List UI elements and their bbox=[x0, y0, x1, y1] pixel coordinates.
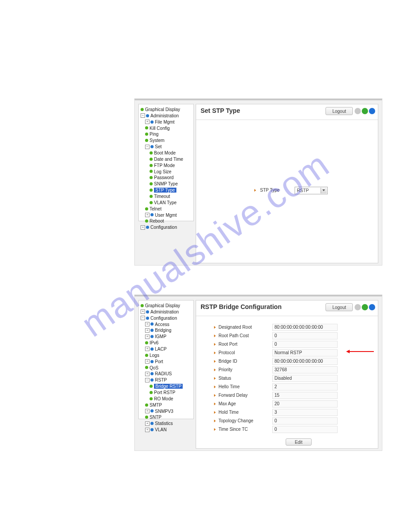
tree-snmpv3[interactable]: +SNMPV3 bbox=[145, 408, 193, 414]
tree-bridgerstp[interactable]: Bridge RSTP bbox=[150, 383, 193, 389]
tree-telnet[interactable]: Telnet bbox=[145, 206, 193, 212]
tree-portrstp[interactable]: Port RSTP bbox=[150, 389, 193, 395]
stp-type-select[interactable]: RSTP bbox=[295, 187, 328, 194]
expand-icon[interactable]: + bbox=[145, 328, 150, 333]
tree-vlantype[interactable]: VLAN Type bbox=[150, 199, 193, 206]
tree-port[interactable]: +Port bbox=[145, 358, 193, 365]
tree-qos[interactable]: QoS bbox=[145, 365, 193, 371]
callout-arrow-icon bbox=[350, 351, 374, 352]
tree-timeout[interactable]: Timeout bbox=[150, 193, 193, 199]
tree-filemgmt[interactable]: +File Mgmt bbox=[145, 119, 193, 125]
bullet-icon bbox=[150, 409, 154, 412]
edit-button[interactable]: Edit bbox=[286, 438, 312, 446]
tree-access[interactable]: +Access bbox=[145, 321, 193, 327]
content-2: RSTP Bridge Configuration Logout Designa… bbox=[196, 300, 378, 449]
expand-icon[interactable]: + bbox=[145, 409, 150, 413]
tree-ftpmode[interactable]: FTP Mode bbox=[150, 162, 193, 168]
bullet-icon bbox=[145, 403, 148, 407]
tree-reboot[interactable]: Reboot bbox=[145, 218, 193, 224]
bullet-icon bbox=[150, 182, 153, 185]
content-header: RSTP Bridge Configuration Logout bbox=[196, 300, 378, 316]
tree-graphical[interactable]: Graphical Display bbox=[141, 302, 193, 309]
tree-ping[interactable]: Ping bbox=[145, 131, 193, 137]
expand-icon[interactable]: + bbox=[145, 359, 150, 364]
expand-icon[interactable]: + bbox=[145, 421, 150, 426]
tree-lacp[interactable]: +LACP bbox=[145, 346, 193, 352]
bullet-icon bbox=[150, 391, 153, 394]
tree-graphical[interactable]: Graphical Display bbox=[141, 106, 193, 112]
save-icon[interactable] bbox=[355, 108, 361, 114]
tree-logs[interactable]: Logs bbox=[145, 352, 193, 358]
nav-tree-2: Graphical Display +Administration −Confi… bbox=[138, 300, 194, 419]
tree-radius[interactable]: +RADIUS bbox=[145, 370, 193, 377]
expand-icon[interactable]: + bbox=[145, 428, 150, 432]
tree-romode[interactable]: RO Mode bbox=[150, 395, 193, 402]
bullet-icon bbox=[146, 114, 149, 117]
refresh-icon[interactable] bbox=[362, 108, 368, 114]
logout-button[interactable]: Logout bbox=[325, 303, 353, 311]
expand-icon[interactable]: + bbox=[141, 225, 145, 230]
bullet-icon bbox=[150, 428, 154, 431]
tree-snmptype[interactable]: SNMP Type bbox=[150, 180, 193, 187]
save-icon[interactable] bbox=[355, 304, 361, 310]
config-value: 0 bbox=[272, 332, 338, 339]
tree-logsize[interactable]: Log Size bbox=[150, 168, 193, 175]
tree-stptype[interactable]: STP Type bbox=[150, 187, 193, 193]
expand-icon[interactable]: + bbox=[145, 213, 150, 217]
expand-icon[interactable]: + bbox=[145, 335, 150, 339]
arrow-icon bbox=[214, 403, 216, 405]
tree-killconfig[interactable]: Kill Config bbox=[145, 125, 193, 131]
tree-admin[interactable]: −Administration +File Mgmt Kill Config P… bbox=[141, 112, 193, 224]
collapse-icon[interactable]: − bbox=[141, 113, 145, 118]
bullet-icon bbox=[150, 378, 154, 382]
collapse-icon[interactable]: − bbox=[145, 145, 150, 149]
tree-password[interactable]: Password bbox=[150, 174, 193, 180]
bullet-icon bbox=[146, 317, 149, 320]
collapse-icon[interactable]: − bbox=[141, 316, 145, 320]
bullet-icon bbox=[145, 126, 148, 129]
tree-smtp[interactable]: SMTP bbox=[145, 402, 193, 408]
bullet-icon bbox=[145, 207, 148, 210]
expand-icon[interactable]: + bbox=[145, 120, 150, 124]
config-row: Root Path Cost0 bbox=[214, 331, 369, 340]
tree-stats[interactable]: +Statistics bbox=[145, 420, 193, 426]
tree-bridging[interactable]: +Bridging bbox=[145, 327, 193, 333]
tree-rstp[interactable]: −RSTP Bridge RSTP Port RSTP RO Mode bbox=[145, 377, 193, 401]
help-icon[interactable] bbox=[369, 108, 375, 114]
config-label: Root Path Cost bbox=[218, 333, 272, 338]
config-label: Hold Time bbox=[218, 410, 272, 415]
page-title: Set STP Type bbox=[201, 107, 240, 114]
bullet-icon bbox=[150, 335, 154, 338]
bullet-icon bbox=[145, 416, 148, 419]
config-value: 3 bbox=[272, 409, 338, 416]
refresh-icon[interactable] bbox=[362, 304, 368, 310]
arrow-icon bbox=[214, 386, 216, 388]
config-value: 0 bbox=[272, 426, 338, 433]
tree-config[interactable]: −Configuration +Access +Bridging +IGMP I… bbox=[141, 315, 193, 433]
arrow-icon bbox=[254, 189, 256, 192]
tree-ipv6[interactable]: IPv6 bbox=[145, 339, 193, 346]
tree-igmp[interactable]: +IGMP bbox=[145, 333, 193, 339]
expand-icon[interactable]: + bbox=[145, 322, 150, 326]
help-icon[interactable] bbox=[369, 304, 375, 310]
expand-icon[interactable]: + bbox=[145, 347, 150, 351]
expand-icon[interactable]: + bbox=[145, 372, 150, 376]
bullet-icon bbox=[150, 176, 153, 179]
arrow-icon bbox=[214, 369, 216, 371]
panel-rstp-bridge: Graphical Display +Administration −Confi… bbox=[134, 295, 382, 451]
config-row: Hello Time2 bbox=[214, 382, 369, 391]
tree-usermgmt[interactable]: +User Mgmt bbox=[145, 212, 193, 218]
tree-vlan[interactable]: +VLAN bbox=[145, 426, 193, 433]
collapse-icon[interactable]: − bbox=[145, 378, 150, 382]
tree-set[interactable]: −Set Boot Mode Date and Time FTP Mode Lo… bbox=[145, 143, 193, 206]
tree-sntp[interactable]: SNTP bbox=[145, 414, 193, 420]
logout-button[interactable]: Logout bbox=[325, 107, 353, 115]
tree-config[interactable]: +Configuration bbox=[141, 224, 193, 230]
tree-system[interactable]: System bbox=[145, 137, 193, 143]
bullet-icon bbox=[145, 354, 148, 357]
tree-admin[interactable]: +Administration bbox=[141, 309, 193, 315]
tree-bootmode[interactable]: Boot Mode bbox=[150, 150, 193, 156]
expand-icon[interactable]: + bbox=[141, 309, 145, 314]
bullet-icon bbox=[150, 120, 154, 124]
tree-datetime[interactable]: Date and Time bbox=[150, 156, 193, 162]
